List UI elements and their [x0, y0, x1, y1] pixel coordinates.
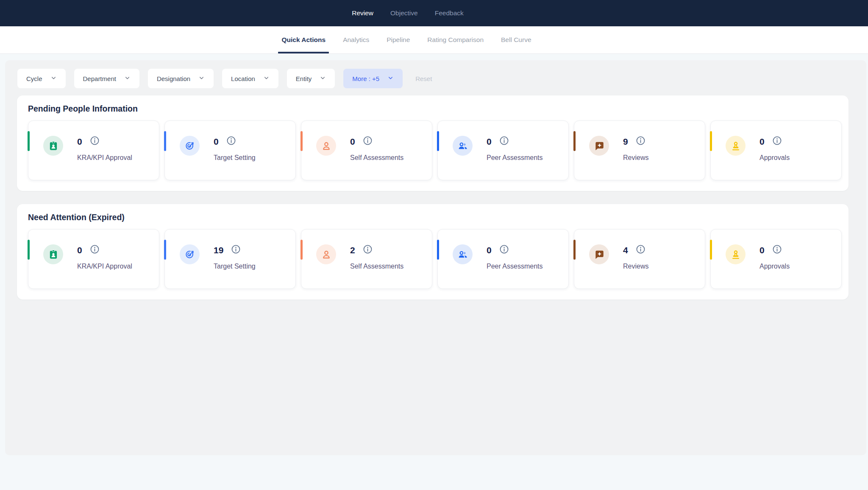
info-icon[interactable]	[362, 135, 373, 148]
card-label: Approvals	[760, 154, 790, 162]
card-accent-bar	[164, 240, 166, 260]
card-accent-bar	[437, 131, 439, 151]
chevron-down-icon	[263, 75, 270, 82]
card-kra-kpi-approval[interactable]: 0 KRA/KPI Approval	[28, 120, 159, 180]
badge-icon	[48, 249, 59, 260]
chevron-down-icon	[198, 75, 205, 82]
section-title: Need Attention (Expired)	[28, 213, 849, 222]
card-accent-bar	[573, 240, 576, 260]
card-body: 2 Self Assessments	[350, 244, 403, 270]
card-accent-bar	[300, 240, 303, 260]
info-icon[interactable]	[499, 135, 509, 148]
chevron-down-icon	[320, 75, 326, 82]
card-reviews[interactable]: 4 Reviews	[574, 229, 705, 289]
card-icon-circle	[589, 244, 609, 264]
card-body: 0 Peer Assessments	[487, 135, 543, 162]
people-icon	[457, 249, 468, 260]
card-peer-assessments[interactable]: 0 Peer Assessments	[437, 120, 569, 180]
card-self-assessments[interactable]: 2 Self Assessments	[301, 229, 432, 289]
tab-bar: Quick ActionsAnalyticsPipelineRating Com…	[0, 26, 868, 54]
content-panel: Cycle Department Designation Location En…	[5, 60, 866, 455]
stamp-icon	[730, 249, 741, 260]
tab-analytics[interactable]: Analytics	[341, 26, 371, 53]
topnav-item-feedback[interactable]: Feedback	[434, 8, 465, 19]
card-count-row: 0	[487, 244, 543, 256]
card-kra-kpi-approval[interactable]: 0 KRA/KPI Approval	[28, 229, 159, 289]
filter-cycle[interactable]: Cycle	[17, 69, 66, 88]
card-icon-circle	[43, 136, 63, 156]
info-icon[interactable]	[226, 135, 236, 148]
card-label: Self Assessments	[350, 263, 403, 270]
card-count-row: 0	[350, 135, 403, 148]
card-accent-bar	[573, 131, 576, 151]
chevron-down-icon	[124, 75, 131, 82]
info-icon[interactable]	[772, 244, 782, 256]
card-accent-bar	[300, 131, 303, 151]
info-icon[interactable]	[362, 244, 373, 256]
info-icon[interactable]	[89, 244, 100, 256]
info-icon[interactable]	[635, 135, 646, 148]
info-icon	[499, 244, 509, 256]
card-icon-circle	[726, 136, 746, 156]
target-icon	[184, 140, 195, 151]
card-self-assessments[interactable]: 0 Self Assessments	[301, 120, 432, 180]
card-target-setting[interactable]: 19 Target Setting	[164, 229, 296, 289]
card-accent-bar	[710, 131, 712, 151]
card-body: 0 Approvals	[760, 135, 790, 162]
filter-entity[interactable]: Entity	[287, 69, 335, 88]
card-target-setting[interactable]: 0 Target Setting	[164, 120, 296, 180]
tab-pipeline[interactable]: Pipeline	[385, 26, 412, 53]
filter-department[interactable]: Department	[74, 69, 139, 88]
filter-designation[interactable]: Designation	[148, 69, 214, 88]
card-count: 0	[760, 246, 765, 255]
card-label: Reviews	[623, 154, 648, 162]
card-body: 0 Self Assessments	[350, 135, 403, 162]
card-icon-circle	[316, 136, 336, 156]
info-icon[interactable]	[499, 244, 509, 256]
card-approvals[interactable]: 0 Approvals	[710, 229, 842, 289]
card-body: 0 Approvals	[760, 244, 790, 270]
filter-bar: Cycle Department Designation Location En…	[5, 60, 866, 88]
filter-more[interactable]: More : +5	[343, 69, 403, 88]
card-count-row: 0	[487, 135, 543, 148]
card-count: 0	[760, 137, 765, 146]
filter-label: Entity	[296, 75, 312, 82]
badge-icon	[48, 140, 59, 151]
target-icon	[184, 249, 195, 260]
topnav-item-objective[interactable]: Objective	[389, 8, 419, 19]
chat-sparkle-icon	[594, 140, 605, 151]
card-icon-circle	[43, 244, 63, 264]
info-icon[interactable]	[89, 135, 100, 148]
tab-quick-actions[interactable]: Quick Actions	[280, 26, 327, 53]
card-accent-bar	[164, 131, 166, 151]
card-count: 0	[487, 137, 492, 146]
people-icon	[457, 140, 468, 151]
card-icon-circle	[180, 136, 200, 156]
tab-bell-curve[interactable]: Bell Curve	[499, 26, 533, 53]
tab-rating-comparison[interactable]: Rating Comparison	[426, 26, 485, 53]
info-icon	[89, 135, 100, 148]
card-count-row: 0	[760, 135, 790, 148]
card-approvals[interactable]: 0 Approvals	[710, 120, 842, 180]
card-icon-circle	[316, 244, 336, 264]
card-label: KRA/KPI Approval	[77, 154, 132, 162]
topnav-item-review[interactable]: Review	[351, 8, 374, 19]
card-body: 19 Target Setting	[214, 244, 256, 270]
card-reviews[interactable]: 9 Reviews	[574, 120, 705, 180]
card-peer-assessments[interactable]: 0 Peer Assessments	[437, 229, 569, 289]
person-icon	[321, 249, 332, 260]
info-icon[interactable]	[635, 244, 646, 256]
filter-label: Cycle	[26, 75, 42, 82]
card-row: 0 KRA/KPI Approval 0 Target Setting 0	[28, 120, 849, 180]
card-body: 0 Peer Assessments	[487, 244, 543, 270]
card-count: 0	[214, 137, 219, 146]
info-icon[interactable]	[231, 244, 241, 256]
reset-button[interactable]: Reset	[415, 75, 432, 82]
info-icon	[89, 244, 100, 256]
info-icon[interactable]	[772, 135, 782, 148]
info-icon	[362, 244, 373, 256]
card-label: Reviews	[623, 263, 648, 270]
card-label: Target Setting	[214, 263, 256, 270]
filter-location[interactable]: Location	[222, 69, 278, 88]
person-icon	[321, 140, 332, 151]
